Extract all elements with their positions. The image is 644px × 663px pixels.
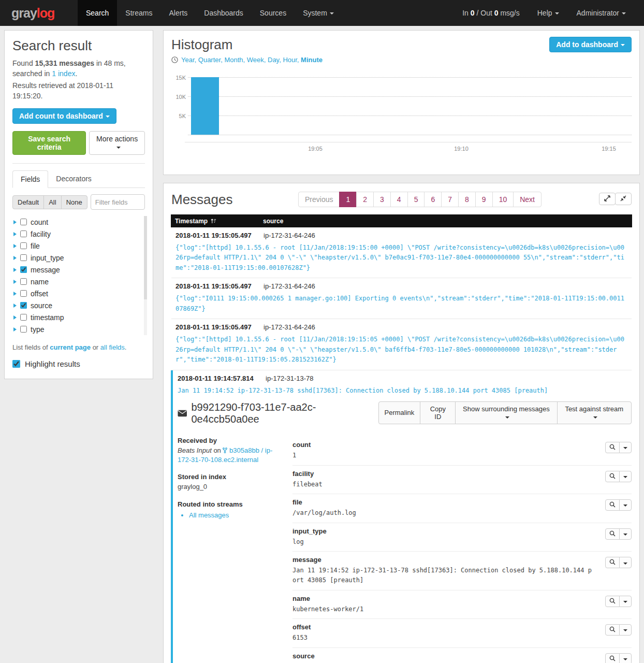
tab-fields[interactable]: Fields: [12, 170, 48, 188]
page-3[interactable]: 3: [374, 192, 391, 207]
throughput-indicator[interactable]: In 0 / Out 0 msg/s: [453, 0, 529, 26]
save-search-criteria-button[interactable]: Save search criteria: [12, 131, 86, 155]
copy-id-button[interactable]: Copy ID: [420, 401, 456, 424]
nav-streams[interactable]: Streams: [117, 0, 160, 26]
fields-all-button[interactable]: All: [43, 195, 61, 209]
resolution-day[interactable]: Day: [268, 56, 283, 64]
highlight-results-checkbox[interactable]: [12, 360, 20, 368]
selected-message-block: 2018-01-11 19:14:57.814ip-172-31-13-78 J…: [171, 370, 632, 663]
current-page-link[interactable]: current page: [50, 343, 91, 351]
permalink-button[interactable]: Permalink: [378, 401, 421, 424]
field-checkbox-message[interactable]: [20, 266, 27, 273]
more-actions-button[interactable]: More actions: [89, 131, 145, 155]
nav-search[interactable]: Search: [78, 0, 117, 26]
page-4[interactable]: 4: [391, 192, 408, 207]
show-surrounding-messages-button[interactable]: Show surrounding messages: [455, 401, 557, 424]
fields-default-button[interactable]: Default: [12, 195, 44, 209]
expand-field-icon[interactable]: [13, 304, 17, 308]
message-row[interactable]: 2018-01-11 19:15:05.497ip-172-31-64-246 …: [171, 319, 632, 370]
page-next[interactable]: Next: [514, 192, 541, 207]
field-actions-button[interactable]: [619, 596, 632, 607]
message-text[interactable]: {"log":"[httpd] 10.1.55.6 - root [11/Jan…: [175, 335, 627, 365]
message-row[interactable]: 2018-01-11 19:15:05.497ip-172-31-64-246 …: [171, 227, 632, 278]
message-row-selected[interactable]: 2018-01-11 19:14:57.814ip-172-31-13-78 J…: [173, 370, 632, 400]
field-search-button[interactable]: [605, 624, 620, 636]
expand-field-icon[interactable]: [13, 268, 17, 272]
message-text[interactable]: {"log":"[httpd] 10.1.55.6 - root [11/Jan…: [175, 243, 627, 273]
message-row[interactable]: 2018-01-11 19:15:05.497ip-172-31-64-246 …: [171, 278, 632, 319]
add-count-to-dashboard-button[interactable]: Add count to dashboard: [12, 108, 116, 124]
page-7[interactable]: 7: [442, 192, 459, 207]
field-checkbox-facility[interactable]: [20, 230, 27, 237]
expand-field-icon[interactable]: [13, 256, 17, 260]
resolution-minute[interactable]: Minute: [301, 56, 323, 64]
expand-field-icon[interactable]: [13, 315, 17, 320]
nav-help-menu[interactable]: Help: [529, 0, 568, 26]
field-actions-button[interactable]: [619, 442, 632, 453]
resolution-year[interactable]: Year: [181, 56, 198, 64]
field-actions-button[interactable]: [619, 499, 632, 511]
graylog-logo[interactable]: graylog: [0, 0, 78, 26]
field-search-button[interactable]: [605, 557, 620, 568]
page-8[interactable]: 8: [459, 192, 476, 207]
field-search-button[interactable]: [605, 471, 620, 482]
field-actions-button[interactable]: [619, 653, 632, 663]
expand-field-icon[interactable]: [13, 292, 17, 296]
field-checkbox-file[interactable]: [20, 242, 27, 249]
field-checkbox-name[interactable]: [20, 278, 27, 285]
field-checkbox-source[interactable]: [20, 302, 27, 309]
nav-user-menu[interactable]: Administrator: [568, 0, 635, 26]
field-search-button[interactable]: [605, 528, 620, 540]
field-actions-button[interactable]: [619, 557, 632, 568]
field-search-button[interactable]: [605, 499, 620, 511]
scrollbar-thumb[interactable]: [144, 216, 147, 299]
stream-link-all-messages[interactable]: All messages: [189, 511, 285, 519]
page-1[interactable]: 1: [340, 192, 357, 207]
nav-alerts[interactable]: Alerts: [160, 0, 196, 26]
expand-field-icon[interactable]: [13, 327, 17, 332]
message-text[interactable]: Jan 11 19:14:52 ip-172-31-13-78 sshd[173…: [178, 386, 627, 396]
index-link[interactable]: 1 index: [52, 69, 75, 78]
resolution-quarter[interactable]: Quarter: [198, 56, 225, 64]
scrollbar[interactable]: [144, 216, 147, 335]
resolution-hour[interactable]: Hour: [283, 56, 301, 64]
column-header-timestamp[interactable]: Timestamp: [171, 218, 263, 225]
field-search-button[interactable]: [605, 653, 620, 663]
nav-sources[interactable]: Sources: [252, 0, 295, 26]
page-9[interactable]: 9: [476, 192, 493, 207]
message-text[interactable]: {"log":"I0111 19:15:00.000265 1 manager.…: [175, 294, 627, 314]
add-to-dashboard-button[interactable]: Add to dashboard: [549, 37, 632, 52]
field-search-button[interactable]: [605, 442, 620, 453]
fields-none-button[interactable]: None: [61, 195, 87, 209]
resolution-week[interactable]: Week: [247, 56, 268, 64]
filter-fields-input[interactable]: [91, 194, 145, 210]
nav-dashboards[interactable]: Dashboards: [196, 0, 252, 26]
expand-panel-button[interactable]: [599, 193, 616, 205]
field-actions-button[interactable]: [619, 528, 632, 540]
histogram-bar[interactable]: [191, 77, 219, 135]
expand-field-icon[interactable]: [13, 244, 17, 248]
page-5[interactable]: 5: [408, 192, 425, 207]
field-checkbox-count[interactable]: [20, 219, 27, 225]
field-actions-button[interactable]: [619, 624, 632, 636]
expand-field-icon[interactable]: [13, 232, 17, 236]
expand-field-icon[interactable]: [13, 280, 17, 284]
page-6[interactable]: 6: [425, 192, 442, 207]
nav-system-menu[interactable]: System: [295, 0, 342, 26]
column-header-source[interactable]: source: [263, 218, 283, 225]
field-checkbox-input-type[interactable]: [20, 254, 27, 261]
test-against-stream-button[interactable]: Test against stream: [557, 401, 632, 424]
field-actions-button[interactable]: [619, 471, 632, 482]
field-checkbox-offset[interactable]: [20, 290, 27, 297]
expand-field-icon[interactable]: [13, 220, 17, 224]
field-search-button[interactable]: [605, 596, 620, 607]
page-previous[interactable]: Previous: [298, 192, 340, 207]
collapse-panel-button[interactable]: [615, 193, 632, 205]
all-fields-link[interactable]: all fields: [100, 343, 125, 351]
tab-decorators[interactable]: Decorators: [48, 170, 99, 188]
page-10[interactable]: 10: [493, 192, 514, 207]
field-checkbox-timestamp[interactable]: [20, 314, 27, 321]
resolution-month[interactable]: Month: [224, 56, 246, 64]
page-2[interactable]: 2: [357, 192, 374, 207]
field-checkbox-type[interactable]: [20, 326, 27, 333]
